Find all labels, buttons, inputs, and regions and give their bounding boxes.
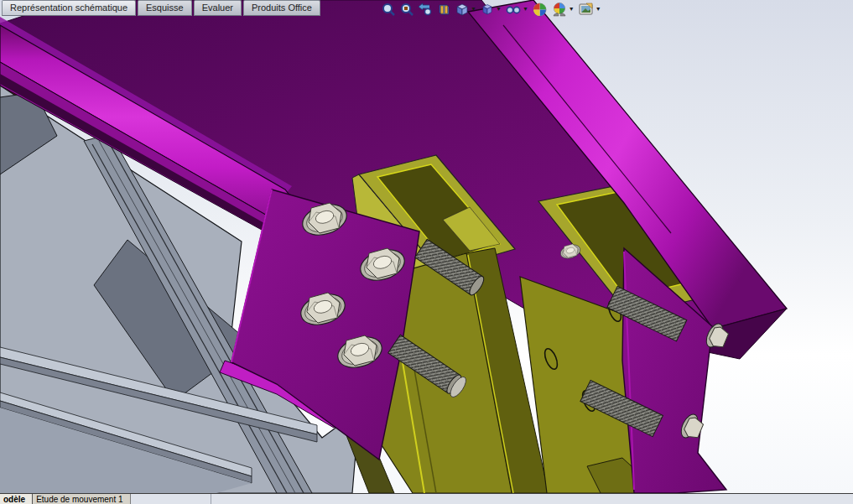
model-motion-tab-bar: odèle Etude de mouvement 1: [0, 493, 853, 504]
view-orientation-icon[interactable]: ▼: [453, 1, 478, 18]
dropdown-arrow-icon[interactable]: ▼: [596, 5, 601, 13]
dropdown-arrow-icon[interactable]: ▼: [569, 5, 575, 13]
tab-esquisse[interactable]: Esquisse: [138, 0, 192, 16]
dropdown-arrow-icon[interactable]: ▼: [496, 5, 502, 13]
apply-scene-icon[interactable]: ▼: [549, 1, 576, 18]
hide-show-items-icon[interactable]: ▼: [503, 1, 530, 18]
tab-evaluer[interactable]: Evaluer: [194, 0, 242, 16]
tab-bar-divider: [211, 494, 211, 504]
cad-scene[interactable]: [0, 0, 853, 493]
tab-etude-de-mouvement-1[interactable]: Etude de mouvement 1: [33, 494, 130, 504]
edit-appearance-icon[interactable]: [530, 1, 549, 18]
tab-modele[interactable]: odèle: [0, 494, 33, 504]
display-style-icon[interactable]: ▼: [478, 1, 503, 18]
section-view-icon[interactable]: [434, 1, 453, 18]
tab-representation-schematique[interactable]: Représentation schématique: [2, 0, 136, 16]
view-settings-icon[interactable]: ▼: [576, 1, 603, 18]
dropdown-arrow-icon[interactable]: ▼: [523, 5, 528, 13]
zoom-to-fit-icon[interactable]: [379, 1, 398, 18]
3d-viewport[interactable]: [0, 0, 853, 493]
zoom-to-area-icon[interactable]: [398, 1, 416, 18]
previous-view-icon[interactable]: [416, 1, 434, 18]
command-manager-tabs: Représentation schématique Esquisse Eval…: [2, 0, 320, 16]
dropdown-arrow-icon[interactable]: ▼: [471, 5, 476, 13]
heads-up-view-toolbar: ▼ ▼ ▼ ▼ ▼: [379, 1, 603, 18]
tab-produits-office[interactable]: Produits Office: [243, 0, 320, 16]
